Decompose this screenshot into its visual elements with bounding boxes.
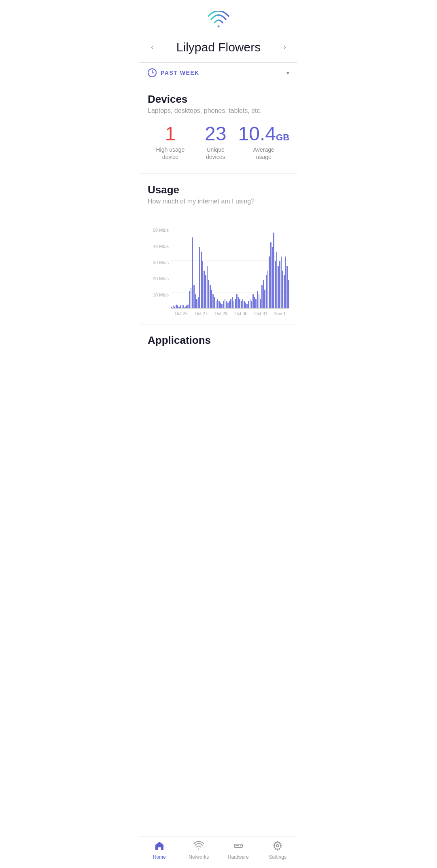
bar: [235, 299, 236, 308]
unique-devices-stat[interactable]: 23 Uniquedevices: [193, 124, 238, 161]
bar: [278, 266, 279, 308]
bar-group: [171, 228, 172, 308]
page-title: Lilypad Flowers: [157, 40, 280, 54]
bar: [255, 299, 257, 308]
bar-group: [255, 228, 257, 308]
bar-group: [233, 228, 235, 308]
bar-group: [248, 228, 249, 308]
bar: [254, 297, 255, 308]
bar-group: [267, 228, 269, 308]
bar: [199, 247, 200, 308]
bar: [227, 303, 229, 308]
bar: [229, 301, 230, 309]
bar: [244, 301, 245, 309]
bar: [208, 280, 209, 308]
bar-group: [272, 228, 273, 308]
bar: [242, 299, 244, 308]
usage-subtitle: How much of my internet am I using?: [148, 198, 289, 205]
bar-group: [257, 228, 258, 308]
bar: [269, 256, 270, 309]
bar: [198, 297, 199, 308]
bar-group: [176, 228, 177, 308]
bar: [212, 294, 214, 308]
bar-group: [191, 228, 192, 308]
bar: [205, 275, 206, 308]
bar-group: [210, 228, 211, 308]
next-arrow[interactable]: ›: [280, 39, 289, 56]
x-label-oct26: Oct 26: [174, 311, 187, 316]
bar-group: [220, 228, 221, 308]
applications-title: Applications: [148, 334, 289, 347]
chart-grid: [171, 228, 289, 309]
bar-group: [250, 228, 251, 308]
prev-arrow[interactable]: ‹: [148, 39, 157, 56]
time-filter-label: PAST WEEK: [161, 70, 199, 76]
bar: [275, 261, 276, 308]
time-filter[interactable]: PAST WEEK ▾: [140, 63, 297, 83]
x-label-oct30: Oct 30: [234, 311, 247, 316]
stats-row: 1 High usagedevice 23 Uniquedevices 10.4…: [148, 124, 289, 161]
bar: [266, 275, 267, 308]
chart-section: 50 Mb/s 40 Mb/s 30 Mb/s 20 Mb/s 10 Mb/s: [140, 228, 297, 324]
bar-group: [187, 228, 189, 308]
bar: [204, 271, 205, 309]
bar: [259, 294, 260, 308]
average-usage-value: 10.4GB: [238, 124, 289, 144]
unique-devices-value: 23: [205, 124, 226, 144]
average-usage-stat[interactable]: 10.4GB Averageusage: [238, 124, 289, 161]
x-label-nov1: Nov 1: [274, 311, 286, 316]
bar: [281, 256, 282, 309]
bar-group: [244, 228, 245, 308]
bar: [207, 266, 208, 308]
bar-group: [273, 228, 274, 308]
y-label-50: 50 Mb/s: [148, 228, 169, 233]
bar-group: [281, 228, 282, 308]
usage-chart: 50 Mb/s 40 Mb/s 30 Mb/s 20 Mb/s 10 Mb/s: [148, 228, 289, 316]
devices-section: Devices Laptops, desktops, phones, table…: [140, 83, 297, 174]
bar-group: [226, 228, 227, 308]
svg-point-0: [218, 25, 220, 28]
bar: [272, 247, 273, 308]
bar-group: [278, 228, 279, 308]
bar: [178, 307, 180, 309]
bar-group: [173, 228, 174, 308]
average-usage-label: Averageusage: [253, 146, 274, 161]
bar: [236, 294, 238, 308]
bar: [261, 285, 263, 309]
high-usage-label: High usagedevice: [156, 146, 185, 161]
bar-group: [223, 228, 224, 308]
bar-group: [214, 228, 215, 308]
bar-group: [279, 228, 280, 308]
bar-group: [205, 228, 206, 308]
bar: [230, 299, 231, 308]
bar: [221, 304, 223, 309]
bar: [226, 301, 227, 309]
bar: [192, 237, 193, 309]
bar-group: [288, 228, 289, 308]
bar-group: [196, 228, 197, 308]
x-label-oct29: Oct 29: [214, 311, 227, 316]
bar-group: [242, 228, 244, 308]
clock-icon: [148, 68, 157, 77]
bar-group: [208, 228, 209, 308]
high-usage-value: 1: [165, 124, 176, 144]
bar-group: [251, 228, 252, 308]
bar: [241, 301, 242, 309]
bar: [252, 294, 254, 308]
devices-title: Devices: [148, 93, 289, 106]
bar: [185, 307, 186, 309]
bar: [202, 261, 204, 308]
bar-group: [217, 228, 218, 308]
wifi-icon: [140, 0, 297, 36]
bar: [239, 299, 240, 308]
bar: [216, 301, 217, 309]
bar-group: [275, 228, 276, 308]
bar-group: [286, 228, 288, 308]
bar: [182, 305, 183, 308]
bar-group: [246, 228, 248, 308]
bar-group: [218, 228, 220, 308]
bar-group: [211, 228, 212, 308]
high-usage-stat[interactable]: 1 High usagedevice: [148, 124, 193, 161]
bar-group: [225, 228, 226, 308]
bar-group: [221, 228, 223, 308]
